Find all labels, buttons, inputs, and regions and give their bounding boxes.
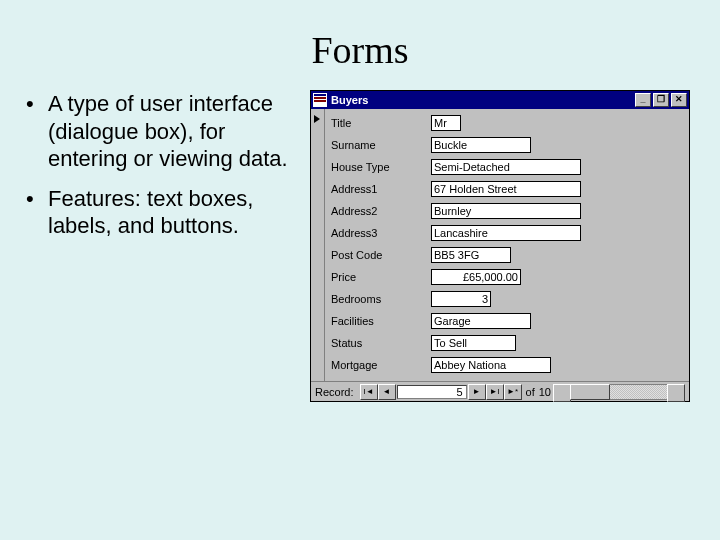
field-input[interactable]: Buckle [431,137,531,153]
field-label: Bedrooms [331,293,431,305]
form-row: Post CodeBB5 3FG [331,247,683,263]
form-icon [313,93,327,107]
scrollbar-thumb[interactable] [570,384,610,400]
current-record-arrow-icon [314,115,320,123]
field-label: Status [331,337,431,349]
form-row: Price£65,000.00 [331,269,683,285]
field-input[interactable]: Mr [431,115,461,131]
prev-record-button[interactable]: ◄ [378,384,396,400]
total-records: 10 [539,386,551,398]
form-row: SurnameBuckle [331,137,683,153]
form-row: House TypeSemi-Detached [331,159,683,175]
field-input[interactable]: To Sell [431,335,516,351]
field-label: Address1 [331,183,431,195]
first-record-button[interactable]: I◄ [360,384,378,400]
form-body: TitleMrSurnameBuckleHouse TypeSemi-Detac… [311,109,689,381]
field-label: Facilities [331,315,431,327]
form-row: Address2Burnley [331,203,683,219]
form-row: TitleMr [331,115,683,131]
field-input[interactable]: 3 [431,291,491,307]
field-label: Address3 [331,227,431,239]
titlebar[interactable]: Buyers _ ❐ ✕ [311,91,689,109]
form-row: Address167 Holden Street [331,181,683,197]
next-record-button[interactable]: ► [468,384,486,400]
content-row: A type of user interface (dialogue box),… [0,82,720,402]
record-navigation-bar: Record: I◄ ◄ 5 ► ►I ►* of 10 [311,381,689,401]
bullet-item: A type of user interface (dialogue box),… [42,90,310,173]
field-label: Price [331,271,431,283]
field-label: House Type [331,161,431,173]
bullet-item: Features: text boxes, labels, and button… [42,185,310,240]
new-record-button[interactable]: ►* [504,384,522,400]
field-label: Title [331,117,431,129]
field-input[interactable]: Semi-Detached [431,159,581,175]
form-row: Bedrooms3 [331,291,683,307]
form-row: MortgageAbbey Nationa [331,357,683,373]
fields-area: TitleMrSurnameBuckleHouse TypeSemi-Detac… [325,109,689,381]
close-button[interactable]: ✕ [671,93,687,107]
form-row: Address3Lancashire [331,225,683,241]
field-label: Address2 [331,205,431,217]
field-input[interactable]: £65,000.00 [431,269,521,285]
buyers-form-window: Buyers _ ❐ ✕ TitleMrSurnameBuckleHouse T… [310,90,690,402]
field-input[interactable]: Garage [431,313,531,329]
slide-title: Forms [0,0,720,82]
field-input[interactable]: Abbey Nationa [431,357,551,373]
field-label: Surname [331,139,431,151]
bullet-list: A type of user interface (dialogue box),… [20,90,310,402]
of-label: of [526,386,535,398]
horizontal-scrollbar[interactable] [553,384,685,400]
window-title: Buyers [331,94,635,106]
record-number-field[interactable]: 5 [397,385,467,399]
field-input[interactable]: BB5 3FG [431,247,511,263]
record-label: Record: [315,386,354,398]
field-label: Post Code [331,249,431,261]
field-input[interactable]: Burnley [431,203,581,219]
restore-button[interactable]: ❐ [653,93,669,107]
last-record-button[interactable]: ►I [486,384,504,400]
field-input[interactable]: Lancashire [431,225,581,241]
field-label: Mortgage [331,359,431,371]
form-row: FacilitiesGarage [331,313,683,329]
minimize-button[interactable]: _ [635,93,651,107]
form-row: StatusTo Sell [331,335,683,351]
record-selector[interactable] [311,109,325,381]
field-input[interactable]: 67 Holden Street [431,181,581,197]
